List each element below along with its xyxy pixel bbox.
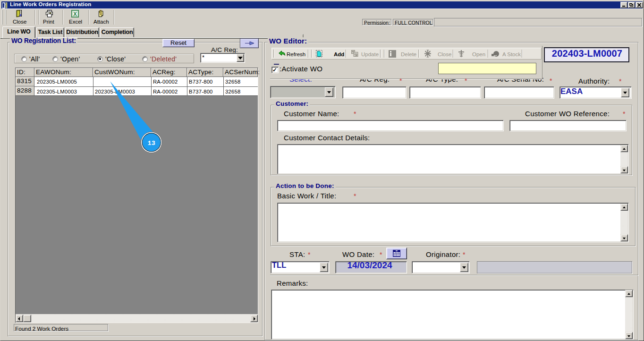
svg-text:X: X [73,11,77,17]
svg-text:13: 13 [148,140,155,147]
